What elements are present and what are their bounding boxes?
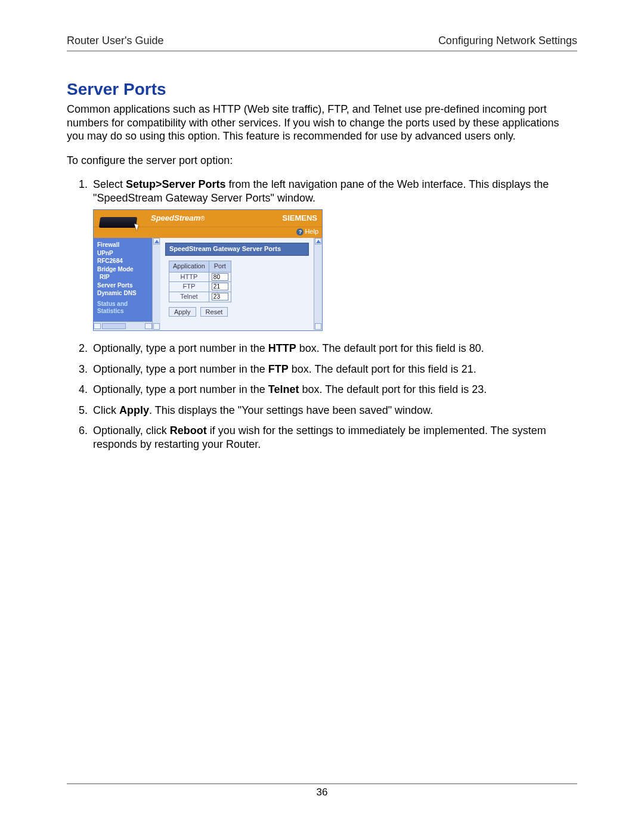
bold-apply: Apply bbox=[119, 404, 149, 416]
bold-reboot: Reboot bbox=[170, 425, 207, 436]
cursor-icon bbox=[134, 222, 140, 230]
sidebar-section-status[interactable]: Status and Statistics bbox=[97, 301, 150, 315]
sidebar-item-firewall[interactable]: Firewall bbox=[97, 241, 150, 249]
sidebar-item-upnp[interactable]: UPnP bbox=[97, 250, 150, 257]
shot-banner: SpeedStream® SIEMENS bbox=[94, 210, 322, 227]
step-5: Click Apply. This displays the "Your set… bbox=[91, 404, 577, 417]
bold-setup-server-ports: Setup>Server Ports bbox=[126, 178, 226, 190]
panel-title: SpeedStream Gateway Server Ports bbox=[165, 243, 309, 256]
steps-list: Select Setup>Server Ports from the left … bbox=[67, 178, 577, 451]
brand-label: SpeedStream® bbox=[151, 213, 205, 223]
section-title: Server Ports bbox=[67, 80, 577, 99]
content-vertical-scrollbar[interactable] bbox=[314, 238, 322, 330]
page-footer: 36 bbox=[67, 784, 577, 798]
sidebar-item-rfc2684[interactable]: RFC2684 bbox=[97, 258, 150, 265]
http-port-input[interactable] bbox=[212, 273, 228, 281]
help-link[interactable]: ?Help bbox=[296, 228, 318, 236]
step-4: Optionally, type a port number in the Te… bbox=[91, 383, 577, 397]
intro-followup: To configure the server port option: bbox=[67, 154, 577, 168]
col-application: Application bbox=[169, 261, 209, 272]
help-icon: ? bbox=[296, 228, 304, 236]
ports-table: Application Port HTTP FTP bbox=[169, 261, 231, 302]
apply-button[interactable]: Apply bbox=[169, 307, 196, 317]
document-page: Router User's Guide Configuring Network … bbox=[0, 0, 644, 833]
embedded-screenshot: SpeedStream® SIEMENS ?Help Firewall UPnP… bbox=[93, 209, 323, 331]
shot-sidebar: Firewall UPnP RFC2684 Bridge Mode RIP Se… bbox=[94, 238, 152, 330]
app-ftp: FTP bbox=[169, 282, 209, 292]
table-row: FTP bbox=[169, 282, 231, 292]
table-row: Telnet bbox=[169, 292, 231, 302]
step-1: Select Setup>Server Ports from the left … bbox=[91, 178, 577, 331]
header-left: Router User's Guide bbox=[67, 35, 164, 47]
reset-button[interactable]: Reset bbox=[200, 307, 228, 317]
bold-http: HTTP bbox=[268, 342, 296, 354]
step-3: Optionally, type a port number in the FT… bbox=[91, 363, 577, 376]
router-icon bbox=[96, 211, 143, 233]
telnet-port-input[interactable] bbox=[212, 293, 228, 301]
app-http: HTTP bbox=[169, 272, 209, 282]
step-2: Optionally, type a port number in the HT… bbox=[91, 342, 577, 355]
col-port: Port bbox=[209, 261, 231, 272]
vendor-label: SIEMENS bbox=[282, 213, 317, 223]
sidebar-item-bridge-mode[interactable]: Bridge Mode bbox=[97, 266, 150, 273]
sidebar-item-rip[interactable]: RIP bbox=[97, 274, 150, 281]
ftp-port-input[interactable] bbox=[212, 283, 228, 290]
bold-ftp: FTP bbox=[268, 363, 289, 375]
shot-content: SpeedStream Gateway Server Ports Applica… bbox=[160, 238, 314, 330]
sidebar-horizontal-scrollbar[interactable] bbox=[94, 321, 152, 330]
app-telnet: Telnet bbox=[169, 292, 209, 302]
bold-telnet: Telnet bbox=[268, 383, 299, 395]
sidebar-vertical-scrollbar[interactable] bbox=[152, 238, 160, 330]
sidebar-item-dynamic-dns[interactable]: Dynamic DNS bbox=[97, 290, 150, 297]
table-row: HTTP bbox=[169, 272, 231, 282]
page-header: Router User's Guide Configuring Network … bbox=[67, 35, 577, 51]
page-number: 36 bbox=[317, 786, 328, 798]
intro-paragraph: Common applications such as HTTP (Web si… bbox=[67, 103, 577, 143]
header-right: Configuring Network Settings bbox=[438, 35, 577, 47]
sidebar-item-server-ports[interactable]: Server Ports bbox=[97, 282, 150, 289]
step-6: Optionally, click Reboot if you wish for… bbox=[91, 424, 577, 451]
